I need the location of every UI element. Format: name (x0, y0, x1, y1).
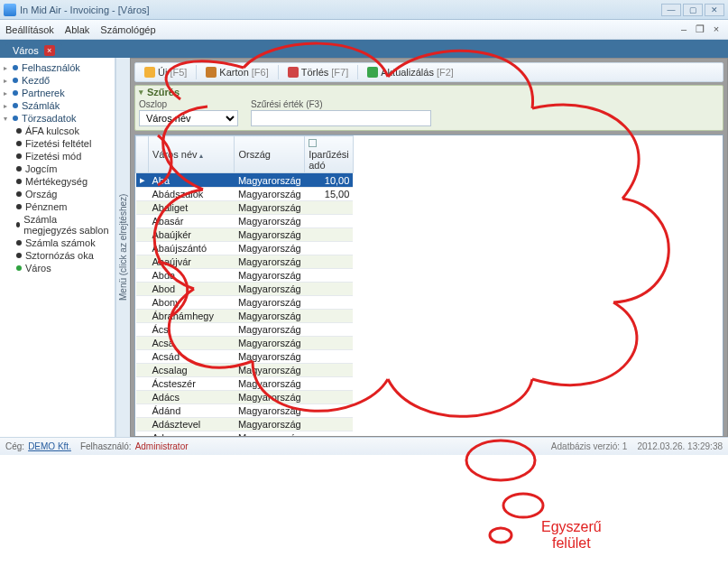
sidebar-sub-invoice-numbers[interactable]: Számla számok (2, 236, 113, 249)
cell-cityname: Abaújkér (149, 228, 235, 242)
filter-value-input[interactable] (251, 110, 431, 126)
delete-button[interactable]: Törlés [F7] (282, 66, 355, 79)
sidebar-sub-payment-mode[interactable]: Fizetési mód (2, 150, 113, 162)
col-header-tax[interactable]: Iparűzési adó (305, 136, 354, 173)
row-indicator (136, 377, 149, 391)
cell-country: Magyarország (235, 173, 305, 188)
mdi-close-icon[interactable]: × (710, 23, 723, 35)
filter-title[interactable]: Szűrés (139, 87, 719, 97)
new-button[interactable]: Új [F5] (139, 66, 192, 79)
close-button[interactable]: ✕ (705, 4, 724, 16)
table-row[interactable]: AcsaMagyarország (136, 337, 354, 350)
row-indicator (136, 310, 149, 323)
table-row[interactable]: AbaújvárMagyarország (136, 255, 354, 269)
refresh-icon (367, 67, 378, 78)
sidebar-item-users[interactable]: Felhasználók (2, 61, 113, 74)
cell-cityname: Acsa (149, 337, 235, 350)
cell-tax (305, 404, 354, 418)
sidebar-sub-payment-term[interactable]: Fizetési feltétel (2, 137, 113, 150)
table-row[interactable]: AdácsMagyarország (136, 391, 354, 404)
table-row[interactable]: AbaújkérMagyarország (136, 228, 354, 242)
row-selector-header[interactable] (136, 136, 149, 173)
mdi-minimize-icon[interactable]: – (677, 23, 690, 35)
cell-tax (305, 201, 354, 215)
row-indicator: ▸ (136, 173, 149, 188)
cell-country: Magyarország (235, 323, 305, 337)
content-area: Új [F5] Karton [F6] Törlés [F7] (130, 58, 728, 437)
sidebar-sub-currency[interactable]: Pénznem (2, 200, 113, 213)
table-row[interactable]: AbaújszántóMagyarország (136, 242, 354, 255)
cell-tax (305, 391, 354, 404)
cell-country: Magyarország (235, 377, 305, 391)
data-grid[interactable]: Város név Ország Iparűzési adó ▸AbaMagya… (134, 134, 723, 437)
sidebar-sub-invoice-template[interactable]: Számla megjegyzés sablon (2, 213, 113, 236)
row-indicator (136, 350, 149, 364)
cell-country: Magyarország (235, 404, 305, 418)
row-indicator (136, 242, 149, 255)
cell-tax (305, 242, 354, 255)
sidebar-item-masterdata[interactable]: Törzsadatok (2, 112, 113, 125)
cell-country: Magyarország (235, 201, 305, 215)
table-row[interactable]: AbasárMagyarország (136, 215, 354, 228)
menu-calculator[interactable]: Számológép (100, 24, 155, 35)
table-row[interactable]: ÁdándMagyarország (136, 404, 354, 418)
cell-cityname: Acsád (149, 350, 235, 364)
new-icon (144, 67, 155, 78)
table-row[interactable]: ▸AbaMagyarország10,00 (136, 173, 354, 188)
sidebar-sub-unit[interactable]: Mértékegység (2, 175, 113, 188)
separator (357, 65, 358, 79)
table-row[interactable]: ÁcsMagyarország (136, 323, 354, 337)
annotation-label: Egyszerűfelület (541, 519, 602, 552)
minimize-button[interactable]: — (661, 4, 681, 16)
maximize-button[interactable]: ▢ (683, 4, 703, 16)
table-row[interactable]: AdonyMagyarország (136, 431, 354, 438)
cell-tax: 10,00 (305, 173, 354, 188)
status-company-link[interactable]: DEMO Kft. (28, 441, 71, 451)
status-user-value: Administrator (135, 441, 189, 451)
table-row[interactable]: AbonyMagyarország (136, 296, 354, 310)
col-header-country[interactable]: Ország (235, 136, 305, 173)
tab-close-icon[interactable]: × (44, 45, 55, 56)
separator (278, 65, 279, 79)
menu-settings[interactable]: Beállítások (5, 24, 54, 35)
sidebar-sub-vat[interactable]: ÁFA kulcsok (2, 125, 113, 137)
cell-country: Magyarország (235, 255, 305, 269)
row-indicator (136, 431, 149, 438)
sidebar-item-invoices[interactable]: Számlák (2, 99, 113, 112)
table-row[interactable]: ÁbrahámhegyMagyarország (136, 310, 354, 323)
status-company-label: Cég: (5, 441, 24, 451)
side-collapse-tab[interactable]: Menü (click az elrejtéshez) (115, 58, 130, 437)
row-indicator (136, 418, 149, 431)
sidebar-sub-country[interactable]: Ország (2, 188, 113, 200)
table-row[interactable]: AcsádMagyarország (136, 350, 354, 364)
cell-tax (305, 215, 354, 228)
table-row[interactable]: AbodMagyarország (136, 283, 354, 296)
table-row[interactable]: ÁcsteszérMagyarország (136, 377, 354, 391)
row-indicator (136, 283, 149, 296)
table-row[interactable]: AbaligetMagyarország (136, 201, 354, 215)
sidebar-sub-city[interactable]: Város (2, 262, 113, 274)
table-row[interactable]: AdásztevelMagyarország (136, 418, 354, 431)
sidebar-sub-storno-reason[interactable]: Sztornózás oka (2, 249, 113, 262)
table-row[interactable]: AbdaMagyarország (136, 269, 354, 283)
sidebar-item-partners[interactable]: Partnerek (2, 87, 113, 99)
table-row[interactable]: AcsalagMagyarország (136, 364, 354, 377)
row-indicator (136, 296, 149, 310)
sidebar-sub-title[interactable]: Jogcím (2, 162, 113, 175)
row-indicator (136, 323, 149, 337)
tab-varos[interactable]: Város × (5, 43, 62, 58)
menu-window[interactable]: Ablak (65, 24, 90, 35)
sidebar-item-home[interactable]: Kezdő (2, 74, 113, 87)
filter-column-select[interactable]: Város név (139, 110, 238, 126)
col-header-cityname[interactable]: Város név (149, 136, 235, 173)
window-title: In Mid Air - Invoicing - [Város] (20, 5, 150, 15)
card-icon (206, 67, 217, 78)
filter-column-label: Oszlop (139, 99, 238, 109)
card-button[interactable]: Karton [F6] (200, 66, 273, 79)
cell-country: Magyarország (235, 310, 305, 323)
cell-country: Magyarország (235, 269, 305, 283)
refresh-button[interactable]: Aktualizálás [F2] (362, 66, 459, 79)
table-row[interactable]: AbádszalókMagyarország15,00 (136, 188, 354, 201)
window-titlebar: In Mid Air - Invoicing - [Város] — ▢ ✕ (0, 0, 728, 20)
mdi-restore-icon[interactable]: ❐ (694, 23, 706, 35)
